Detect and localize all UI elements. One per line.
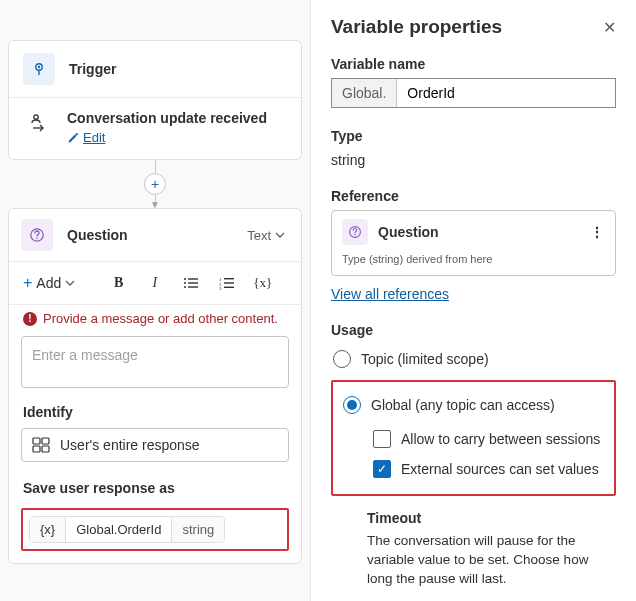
question-header[interactable]: Question Text bbox=[9, 209, 301, 262]
conversation-update-icon bbox=[27, 110, 53, 132]
connector: + ▼ bbox=[0, 160, 310, 208]
checkbox-icon bbox=[373, 430, 391, 448]
svg-rect-6 bbox=[188, 278, 198, 279]
message-input[interactable]: Enter a message bbox=[21, 336, 289, 388]
timeout-section: Timeout The conversation will pause for … bbox=[331, 510, 616, 589]
trigger-event-text: Conversation update received bbox=[67, 110, 267, 126]
svg-point-7 bbox=[184, 282, 186, 284]
carry-label: Allow to carry between sessions bbox=[401, 431, 600, 447]
add-node-button[interactable]: + bbox=[144, 173, 166, 195]
reference-title: Question bbox=[378, 224, 580, 240]
save-response-label: Save user response as bbox=[9, 476, 301, 504]
error-text: Provide a message or add other content. bbox=[43, 311, 278, 326]
variable-scope-prefix: Global. bbox=[332, 79, 397, 107]
question-icon bbox=[342, 219, 368, 245]
chevron-down-icon bbox=[65, 278, 75, 288]
svg-rect-8 bbox=[188, 282, 198, 283]
variable-name-field: Global. bbox=[331, 78, 616, 108]
bullet-list-button[interactable] bbox=[178, 270, 204, 296]
trigger-body: Conversation update received Edit bbox=[9, 98, 301, 159]
save-response-highlight: {x} Global.OrderId string bbox=[21, 508, 289, 551]
error-icon: ! bbox=[23, 312, 37, 326]
pencil-icon bbox=[67, 132, 79, 144]
carry-between-sessions-option[interactable]: Allow to carry between sessions bbox=[373, 424, 604, 454]
trigger-header[interactable]: Trigger bbox=[9, 41, 301, 98]
question-title: Question bbox=[67, 227, 243, 243]
svg-point-1 bbox=[38, 66, 40, 68]
trigger-card: Trigger Conversation update received Edi… bbox=[8, 40, 302, 160]
trigger-icon bbox=[23, 53, 55, 85]
validation-error: ! Provide a message or add other content… bbox=[9, 305, 301, 332]
identify-value: User's entire response bbox=[60, 437, 200, 453]
svg-point-22 bbox=[354, 234, 355, 235]
timeout-description: The conversation will pause for the vari… bbox=[367, 532, 616, 589]
reference-label: Reference bbox=[331, 188, 616, 204]
more-button[interactable]: ⋮ bbox=[590, 224, 605, 240]
svg-rect-16 bbox=[224, 287, 234, 288]
variable-name-input[interactable] bbox=[397, 79, 615, 107]
external-sources-option[interactable]: ✓ External sources can set values bbox=[373, 454, 604, 484]
bold-button[interactable]: B bbox=[106, 270, 132, 296]
radio-icon bbox=[333, 350, 351, 368]
variable-name-label: Variable name bbox=[331, 56, 616, 72]
svg-point-9 bbox=[184, 286, 186, 288]
usage-global-label: Global (any topic can access) bbox=[371, 397, 555, 413]
svg-rect-14 bbox=[224, 282, 234, 283]
numbered-list-button[interactable]: 123 bbox=[214, 270, 240, 296]
usage-global-option[interactable]: Global (any topic can access) bbox=[343, 390, 604, 420]
reference-card[interactable]: Question ⋮ Type (string) derived from he… bbox=[331, 210, 616, 276]
variable-properties-panel: Variable properties ✕ Variable name Glob… bbox=[310, 0, 636, 601]
svg-rect-18 bbox=[42, 438, 49, 444]
variable-chip[interactable]: {x} Global.OrderId string bbox=[29, 516, 225, 543]
panel-title: Variable properties bbox=[331, 16, 502, 38]
timeout-label: Timeout bbox=[367, 510, 616, 526]
canvas: Trigger Conversation update received Edi… bbox=[0, 0, 310, 601]
edit-trigger[interactable]: Edit bbox=[67, 130, 267, 145]
identify-label: Identify bbox=[9, 400, 301, 428]
italic-button[interactable]: I bbox=[142, 270, 168, 296]
usage-global-highlight: Global (any topic can access) Allow to c… bbox=[331, 380, 616, 496]
add-content-button[interactable]: + Add bbox=[19, 272, 79, 294]
insert-variable-button[interactable]: {x} bbox=[250, 270, 276, 296]
edit-link[interactable]: Edit bbox=[83, 130, 105, 145]
svg-point-4 bbox=[36, 237, 38, 239]
entity-icon bbox=[32, 437, 50, 453]
reference-subtitle: Type (string) derived from here bbox=[342, 253, 605, 265]
external-label: External sources can set values bbox=[401, 461, 599, 477]
checkbox-checked-icon: ✓ bbox=[373, 460, 391, 478]
question-card: Question Text + Add B I 123 {x} bbox=[8, 208, 302, 564]
svg-rect-12 bbox=[224, 278, 234, 279]
svg-point-2 bbox=[34, 115, 38, 119]
close-button[interactable]: ✕ bbox=[603, 18, 616, 37]
identify-selector[interactable]: User's entire response bbox=[21, 428, 289, 462]
trigger-event-block: Conversation update received Edit bbox=[67, 110, 267, 145]
arrow-icon: ▼ bbox=[150, 202, 160, 208]
add-label: Add bbox=[36, 275, 61, 291]
view-all-references-link[interactable]: View all references bbox=[331, 286, 449, 302]
chevron-down-icon bbox=[275, 230, 285, 240]
svg-rect-17 bbox=[33, 438, 40, 444]
plus-icon: + bbox=[23, 274, 32, 292]
svg-rect-19 bbox=[33, 446, 40, 452]
variable-icon: {x} bbox=[30, 517, 66, 542]
svg-text:3: 3 bbox=[219, 286, 222, 290]
usage-label: Usage bbox=[331, 322, 616, 338]
variable-chip-name: Global.OrderId bbox=[66, 517, 172, 542]
rich-text-toolbar: + Add B I 123 {x} bbox=[9, 262, 301, 305]
question-type-label: Text bbox=[247, 228, 271, 243]
radio-checked-icon bbox=[343, 396, 361, 414]
type-label: Type bbox=[331, 128, 616, 144]
question-type-dropdown[interactable]: Text bbox=[243, 226, 289, 245]
svg-point-5 bbox=[184, 278, 186, 280]
usage-topic-label: Topic (limited scope) bbox=[361, 351, 489, 367]
trigger-title: Trigger bbox=[69, 61, 116, 77]
usage-topic-option[interactable]: Topic (limited scope) bbox=[331, 344, 616, 374]
type-value: string bbox=[331, 150, 616, 188]
svg-rect-20 bbox=[42, 446, 49, 452]
svg-rect-10 bbox=[188, 286, 198, 287]
variable-chip-type: string bbox=[172, 517, 224, 542]
question-icon bbox=[21, 219, 53, 251]
